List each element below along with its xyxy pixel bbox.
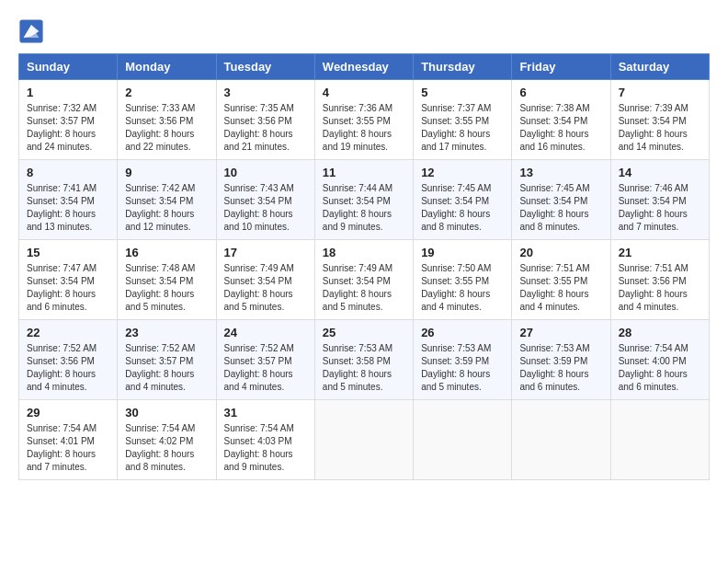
day-cell: 30Sunrise: 7:54 AMSunset: 4:02 PMDayligh… <box>118 400 216 480</box>
day-info: Sunrise: 7:39 AMSunset: 3:54 PMDaylight:… <box>619 102 701 154</box>
page-header <box>18 18 710 44</box>
logo <box>18 18 48 44</box>
day-info: Sunrise: 7:51 AMSunset: 3:55 PMDaylight:… <box>519 262 602 314</box>
day-info: Sunrise: 7:41 AMSunset: 3:54 PMDaylight:… <box>27 182 109 234</box>
weekday-header-tuesday: Tuesday <box>216 54 314 80</box>
day-info: Sunrise: 7:48 AMSunset: 3:54 PMDaylight:… <box>125 262 208 314</box>
weekday-header-sunday: Sunday <box>19 54 118 80</box>
day-number: 8 <box>27 166 109 179</box>
day-cell: 1Sunrise: 7:32 AMSunset: 3:57 PMDaylight… <box>19 80 118 160</box>
day-info: Sunrise: 7:50 AMSunset: 3:55 PMDaylight:… <box>421 262 504 314</box>
day-cell: 25Sunrise: 7:53 AMSunset: 3:58 PMDayligh… <box>314 320 413 400</box>
day-cell: 21Sunrise: 7:51 AMSunset: 3:56 PMDayligh… <box>610 240 709 320</box>
day-info: Sunrise: 7:36 AMSunset: 3:55 PMDaylight:… <box>323 102 405 154</box>
day-cell: 26Sunrise: 7:53 AMSunset: 3:59 PMDayligh… <box>414 320 512 400</box>
day-number: 24 <box>224 326 307 339</box>
day-info: Sunrise: 7:54 AMSunset: 4:01 PMDaylight:… <box>27 422 109 474</box>
day-number: 22 <box>27 326 109 339</box>
day-cell: 31Sunrise: 7:54 AMSunset: 4:03 PMDayligh… <box>216 400 314 480</box>
day-cell: 24Sunrise: 7:52 AMSunset: 3:57 PMDayligh… <box>216 320 314 400</box>
day-info: Sunrise: 7:54 AMSunset: 4:03 PMDaylight:… <box>224 422 307 474</box>
day-number: 3 <box>224 86 307 99</box>
day-number: 16 <box>125 246 208 259</box>
day-number: 31 <box>224 406 307 419</box>
week-row-5: 29Sunrise: 7:54 AMSunset: 4:01 PMDayligh… <box>19 400 710 480</box>
day-info: Sunrise: 7:51 AMSunset: 3:56 PMDaylight:… <box>619 262 701 314</box>
day-number: 7 <box>619 86 701 99</box>
day-info: Sunrise: 7:47 AMSunset: 3:54 PMDaylight:… <box>27 262 109 314</box>
day-info: Sunrise: 7:32 AMSunset: 3:57 PMDaylight:… <box>27 102 109 154</box>
day-number: 18 <box>323 246 405 259</box>
day-number: 25 <box>323 326 405 339</box>
day-number: 12 <box>421 166 504 179</box>
weekday-header-thursday: Thursday <box>414 54 512 80</box>
day-number: 23 <box>125 326 208 339</box>
day-cell <box>314 400 413 480</box>
week-row-4: 22Sunrise: 7:52 AMSunset: 3:56 PMDayligh… <box>19 320 710 400</box>
day-cell: 27Sunrise: 7:53 AMSunset: 3:59 PMDayligh… <box>512 320 610 400</box>
day-info: Sunrise: 7:53 AMSunset: 3:59 PMDaylight:… <box>519 342 602 394</box>
day-cell: 28Sunrise: 7:54 AMSunset: 4:00 PMDayligh… <box>610 320 709 400</box>
weekday-header-monday: Monday <box>118 54 216 80</box>
day-number: 26 <box>421 326 504 339</box>
day-info: Sunrise: 7:45 AMSunset: 3:54 PMDaylight:… <box>421 182 504 234</box>
day-info: Sunrise: 7:49 AMSunset: 3:54 PMDaylight:… <box>224 262 307 314</box>
day-number: 19 <box>421 246 504 259</box>
day-number: 30 <box>125 406 208 419</box>
day-number: 6 <box>519 86 602 99</box>
week-row-3: 15Sunrise: 7:47 AMSunset: 3:54 PMDayligh… <box>19 240 710 320</box>
day-info: Sunrise: 7:52 AMSunset: 3:56 PMDaylight:… <box>27 342 109 394</box>
week-row-1: 1Sunrise: 7:32 AMSunset: 3:57 PMDaylight… <box>19 80 710 160</box>
day-number: 17 <box>224 246 307 259</box>
day-cell: 29Sunrise: 7:54 AMSunset: 4:01 PMDayligh… <box>19 400 118 480</box>
day-cell <box>610 400 709 480</box>
day-cell: 8Sunrise: 7:41 AMSunset: 3:54 PMDaylight… <box>19 160 118 240</box>
day-cell: 15Sunrise: 7:47 AMSunset: 3:54 PMDayligh… <box>19 240 118 320</box>
day-info: Sunrise: 7:45 AMSunset: 3:54 PMDaylight:… <box>519 182 602 234</box>
day-info: Sunrise: 7:53 AMSunset: 3:58 PMDaylight:… <box>323 342 405 394</box>
day-number: 29 <box>27 406 109 419</box>
day-cell: 11Sunrise: 7:44 AMSunset: 3:54 PMDayligh… <box>314 160 413 240</box>
day-number: 27 <box>519 326 602 339</box>
day-cell: 23Sunrise: 7:52 AMSunset: 3:57 PMDayligh… <box>118 320 216 400</box>
day-number: 1 <box>27 86 109 99</box>
day-number: 4 <box>323 86 405 99</box>
day-number: 2 <box>125 86 208 99</box>
weekday-header-wednesday: Wednesday <box>314 54 413 80</box>
day-cell: 2Sunrise: 7:33 AMSunset: 3:56 PMDaylight… <box>118 80 216 160</box>
day-cell: 10Sunrise: 7:43 AMSunset: 3:54 PMDayligh… <box>216 160 314 240</box>
weekday-header-saturday: Saturday <box>610 54 709 80</box>
day-cell: 14Sunrise: 7:46 AMSunset: 3:54 PMDayligh… <box>610 160 709 240</box>
day-info: Sunrise: 7:46 AMSunset: 3:54 PMDaylight:… <box>619 182 701 234</box>
day-info: Sunrise: 7:49 AMSunset: 3:54 PMDaylight:… <box>323 262 405 314</box>
week-row-2: 8Sunrise: 7:41 AMSunset: 3:54 PMDaylight… <box>19 160 710 240</box>
day-number: 14 <box>619 166 701 179</box>
day-info: Sunrise: 7:37 AMSunset: 3:55 PMDaylight:… <box>421 102 504 154</box>
day-cell: 19Sunrise: 7:50 AMSunset: 3:55 PMDayligh… <box>414 240 512 320</box>
weekday-header-row: SundayMondayTuesdayWednesdayThursdayFrid… <box>19 54 710 80</box>
day-number: 28 <box>619 326 701 339</box>
day-number: 9 <box>125 166 208 179</box>
calendar: SundayMondayTuesdayWednesdayThursdayFrid… <box>18 53 710 480</box>
day-cell: 16Sunrise: 7:48 AMSunset: 3:54 PMDayligh… <box>118 240 216 320</box>
day-cell <box>512 400 610 480</box>
logo-icon <box>18 18 44 44</box>
day-info: Sunrise: 7:43 AMSunset: 3:54 PMDaylight:… <box>224 182 307 234</box>
day-cell: 5Sunrise: 7:37 AMSunset: 3:55 PMDaylight… <box>414 80 512 160</box>
day-cell: 9Sunrise: 7:42 AMSunset: 3:54 PMDaylight… <box>118 160 216 240</box>
day-info: Sunrise: 7:44 AMSunset: 3:54 PMDaylight:… <box>323 182 405 234</box>
day-cell: 12Sunrise: 7:45 AMSunset: 3:54 PMDayligh… <box>414 160 512 240</box>
day-cell: 13Sunrise: 7:45 AMSunset: 3:54 PMDayligh… <box>512 160 610 240</box>
day-cell: 6Sunrise: 7:38 AMSunset: 3:54 PMDaylight… <box>512 80 610 160</box>
day-number: 5 <box>421 86 504 99</box>
day-cell: 22Sunrise: 7:52 AMSunset: 3:56 PMDayligh… <box>19 320 118 400</box>
day-info: Sunrise: 7:54 AMSunset: 4:00 PMDaylight:… <box>619 342 701 394</box>
day-info: Sunrise: 7:52 AMSunset: 3:57 PMDaylight:… <box>224 342 307 394</box>
day-cell: 3Sunrise: 7:35 AMSunset: 3:56 PMDaylight… <box>216 80 314 160</box>
day-cell <box>414 400 512 480</box>
day-info: Sunrise: 7:38 AMSunset: 3:54 PMDaylight:… <box>519 102 602 154</box>
day-info: Sunrise: 7:35 AMSunset: 3:56 PMDaylight:… <box>224 102 307 154</box>
day-cell: 18Sunrise: 7:49 AMSunset: 3:54 PMDayligh… <box>314 240 413 320</box>
day-info: Sunrise: 7:52 AMSunset: 3:57 PMDaylight:… <box>125 342 208 394</box>
day-cell: 20Sunrise: 7:51 AMSunset: 3:55 PMDayligh… <box>512 240 610 320</box>
